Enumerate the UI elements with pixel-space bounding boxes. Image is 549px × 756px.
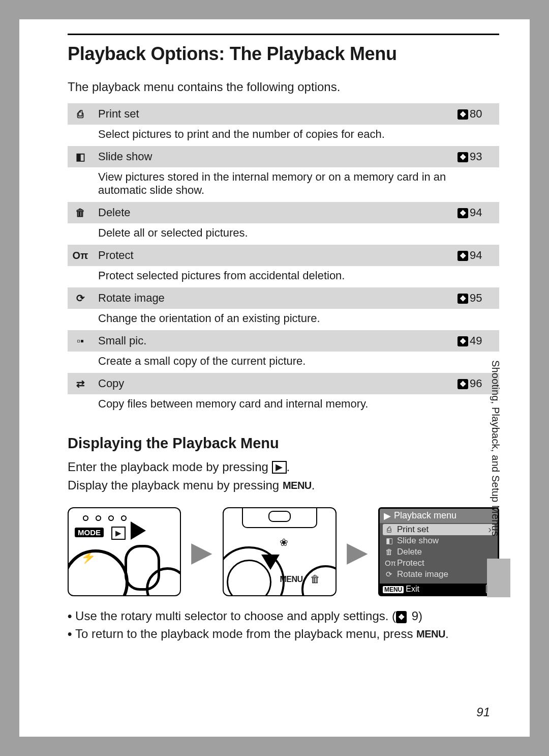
exit-label: Exit — [406, 585, 419, 593]
lcd-screen-figure: ▶ Playback menu ⎙Print set◧Slide show🗑De… — [378, 507, 499, 596]
arrow-icon: ▶ — [347, 538, 368, 565]
option-page-ref: ❖94 — [453, 202, 499, 223]
section-sidetext: Shooting, Playback, and Setup Menus — [490, 360, 501, 536]
option-desc: Protect selected pictures from accidenta… — [94, 266, 499, 287]
option-icon: 🗑 — [68, 202, 94, 223]
bullet-list: Use the rotary multi selector to choose … — [68, 607, 499, 643]
figure-row: MODE ▶ ⚡ ▶ ❀ MENU 🗑 ▶ ▶ — [68, 507, 499, 596]
section-tab — [487, 559, 510, 597]
option-desc: View pictures stored in the internal mem… — [94, 167, 499, 202]
play-icon: ▶ — [384, 510, 391, 521]
option-desc: Delete all or selected pictures. — [94, 223, 499, 245]
camera-back-figure: ❀ MENU 🗑 — [223, 507, 336, 596]
pointer-icon — [131, 521, 146, 540]
option-title: Small pic. — [94, 330, 453, 352]
pointer-down-icon — [261, 555, 280, 570]
option-icon: ⇄ — [68, 373, 94, 394]
screen-menu-item: ⎙Print set — [383, 524, 495, 535]
option-desc: Change the orientation of an existing pi… — [94, 309, 499, 330]
option-icon: ▫▪ — [68, 330, 94, 352]
bullet-item: Use the rotary multi selector to choose … — [68, 607, 499, 625]
intro-text: The playback menu contains the following… — [68, 80, 499, 94]
option-title: Delete — [94, 202, 453, 223]
option-title: Copy — [94, 373, 453, 394]
screen-menu-item: ◧Slide show — [383, 535, 495, 546]
page-number: 91 — [476, 705, 490, 719]
option-page-ref: ❖80 — [453, 103, 499, 125]
option-page-ref: ❖95 — [453, 287, 499, 309]
menu-badge: MENU — [383, 586, 404, 593]
menu-button-label: MENU — [280, 575, 302, 584]
option-icon: ⎙ — [68, 103, 94, 125]
bullet-item: To return to the playback mode from the … — [68, 625, 499, 643]
option-title: Slide show — [94, 146, 453, 167]
menu-label-inline: MENU — [283, 480, 312, 491]
option-desc: Select pictures to print and the number … — [94, 125, 499, 146]
option-desc: Copy files between memory card and inter… — [94, 394, 499, 416]
arrow-icon: ▶ — [191, 538, 212, 565]
option-page-ref: ❖94 — [453, 245, 499, 266]
subheading: Displaying the Playback Menu — [68, 435, 499, 452]
option-title: Protect — [94, 245, 453, 266]
screen-menu-item: OπProtect — [383, 558, 495, 569]
play-button-icon: ▶ — [111, 527, 126, 540]
enter-instruction: Enter the playback mode by pressing ▶. — [68, 459, 499, 475]
option-title: Print set — [94, 103, 453, 125]
option-icon: Oπ — [68, 245, 94, 266]
mode-badge: MODE — [75, 528, 104, 537]
option-title: Rotate image — [94, 287, 453, 309]
option-icon: ⟳ — [68, 287, 94, 309]
options-table: ⎙Print set❖80Select pictures to print an… — [68, 103, 499, 416]
option-icon: ◧ — [68, 146, 94, 167]
screen-title: Playback menu — [394, 510, 456, 521]
option-page-ref: ❖93 — [453, 146, 499, 167]
display-instruction: Display the playback menu by pressing ME… — [68, 477, 499, 493]
option-desc: Create a small copy of the current pictu… — [94, 352, 499, 373]
screen-menu-item: 🗑Delete — [383, 546, 495, 558]
camera-top-figure: MODE ▶ ⚡ — [68, 507, 181, 596]
option-page-ref: ❖49 — [453, 330, 499, 352]
macro-icon: ❀ — [280, 536, 288, 548]
screen-menu-item: ⟳Rotate image — [383, 569, 495, 580]
play-icon: ▶ — [272, 461, 287, 474]
page-title: Playback Options: The Playback Menu — [68, 43, 499, 65]
